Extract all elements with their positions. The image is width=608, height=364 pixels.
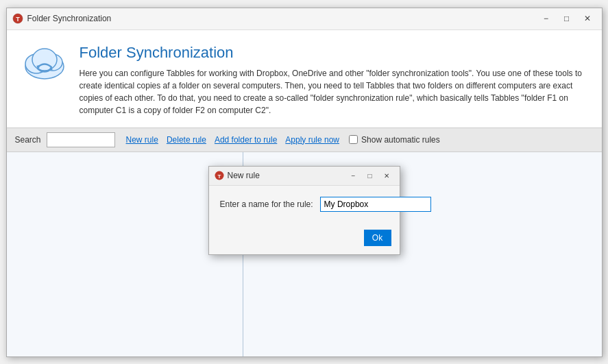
header-section: Folder Synchronization Here you can conf… (7, 30, 602, 128)
toolbar: Search New rule Delete rule Add folder t… (7, 128, 602, 152)
modal-maximize-button[interactable]: □ (363, 170, 378, 181)
modal-input-row: Enter a name for the rule: (220, 197, 389, 212)
svg-text:T: T (217, 173, 221, 180)
delete-rule-button[interactable]: Delete rule (167, 135, 206, 145)
svg-point-5 (32, 49, 57, 71)
ok-button[interactable]: Ok (364, 230, 391, 246)
modal-title: New rule (228, 171, 346, 180)
header-text: Folder Synchronization Here you can conf… (80, 44, 588, 117)
modal-close-button[interactable]: ✕ (379, 170, 394, 181)
main-window: T Folder Synchronization − □ ✕ (6, 8, 603, 357)
modal-minimize-button[interactable]: − (346, 170, 361, 181)
close-button[interactable]: ✕ (579, 12, 596, 25)
modal-title-bar: T New rule − □ ✕ (209, 167, 400, 186)
window-title: Folder Synchronization (27, 14, 537, 23)
modal-body: Enter a name for the rule: (209, 186, 400, 230)
add-folder-button[interactable]: Add folder to rule (215, 135, 277, 145)
minimize-button[interactable]: − (537, 12, 555, 25)
header-description: Here you can configure Tabbles for worki… (80, 67, 588, 117)
modal-controls: − □ ✕ (346, 170, 394, 181)
apply-rule-button[interactable]: Apply rule now (285, 135, 339, 145)
title-bar: T Folder Synchronization − □ ✕ (7, 8, 602, 30)
modal-input-label: Enter a name for the rule: (220, 199, 313, 209)
search-input[interactable] (47, 132, 115, 147)
svg-text:T: T (16, 16, 20, 23)
app-icon: T (12, 13, 23, 24)
new-rule-modal: T New rule − □ ✕ Enter a name for the ru… (208, 166, 400, 255)
rule-name-input[interactable] (320, 197, 431, 212)
header-title: Folder Synchronization (80, 44, 588, 62)
show-automatic-label: Show automatic rules (361, 135, 440, 145)
modal-overlay: T New rule − □ ✕ Enter a name for the ru… (7, 152, 602, 356)
main-content: T New rule − □ ✕ Enter a name for the ru… (7, 152, 602, 356)
modal-footer: Ok (209, 230, 400, 254)
show-automatic-checkbox[interactable] (349, 135, 358, 144)
window-controls: − □ ✕ (537, 12, 596, 25)
maximize-button[interactable]: □ (558, 12, 576, 25)
new-rule-button[interactable]: New rule (126, 135, 158, 145)
search-label: Search (15, 135, 41, 145)
header-icon (21, 44, 69, 85)
modal-app-icon: T (215, 171, 224, 180)
show-automatic-area: Show automatic rules (349, 135, 440, 145)
